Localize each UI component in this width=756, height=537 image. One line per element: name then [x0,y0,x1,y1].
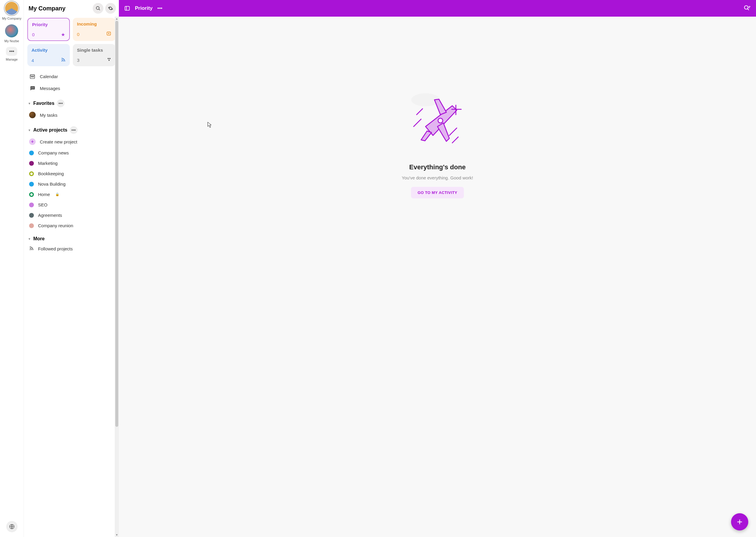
project-item[interactable]: Home🔒 [27,189,115,200]
project-item[interactable]: Company news [27,147,115,158]
empty-state: Everything's done You've done everything… [119,17,756,537]
svg-line-2 [99,9,100,10]
tile-activity[interactable]: Activity 4 [27,44,70,66]
create-new-project[interactable]: + Create new project [27,136,115,147]
svg-point-19 [744,6,748,9]
sidebar-scroll[interactable]: Priority 0 ★ Incoming 0 Act [24,17,119,537]
sidebar-toggle-icon[interactable] [124,5,130,11]
svg-point-14 [32,88,33,88]
project-item[interactable]: Marketing [27,158,115,168]
search-icon[interactable] [93,3,104,14]
chat-icon [29,85,36,92]
svg-marker-25 [434,99,446,115]
workspace-avatar-icon [5,2,18,15]
sidebar-link-calendar-label: Calendar [40,74,58,79]
tile-priority-count: 0 [32,32,34,37]
go-to-activity-button[interactable]: GO TO MY ACTIVITY [411,187,464,198]
svg-point-6 [110,58,111,59]
project-item-label: Home [38,192,50,197]
project-color-icon [29,213,34,218]
calendar-icon [29,73,36,80]
svg-point-7 [109,60,110,61]
sidebar-scrollbar[interactable]: ▲ ▼ [115,17,119,537]
project-item[interactable]: Agreements [27,210,115,220]
tile-incoming[interactable]: Incoming 0 [73,18,115,41]
svg-line-31 [417,109,422,115]
search-filter-icon[interactable] [743,5,751,12]
workspace-rail: My CompanyMy Nozbe ••• Manage [0,0,24,537]
inbox-icon [107,31,111,37]
tile-single-tasks[interactable]: Single tasks 3 [73,44,115,66]
project-item-label: Marketing [38,161,58,166]
scrollbar-thumb[interactable] [115,21,118,427]
svg-point-10 [31,77,32,77]
globe-icon[interactable] [6,521,18,532]
add-task-fab[interactable]: + [731,513,748,530]
ellipsis-icon[interactable]: ••• [70,126,77,134]
rail-workspace[interactable]: My Nozbe [2,24,22,43]
svg-point-16 [30,249,31,250]
sidebar-link-messages[interactable]: Messages [27,82,115,94]
project-item[interactable]: Bookkeeping [27,168,115,179]
section-more[interactable]: ▼ More [27,236,115,241]
tile-priority[interactable]: Priority 0 ★ [27,18,70,41]
ellipsis-icon[interactable]: ••• [57,100,65,107]
avatar-icon [29,112,36,118]
scroll-down-icon[interactable]: ▼ [115,533,119,537]
rss-icon [61,57,66,63]
svg-line-34 [452,137,458,143]
sidebar-link-calendar[interactable]: Calendar [27,70,115,82]
empty-subtitle: You've done everything. Good work! [402,175,473,180]
chevron-down-icon: ▼ [28,129,31,132]
tile-incoming-count: 0 [77,32,79,37]
rail-manage[interactable]: ••• Manage [6,47,18,61]
tile-single-title: Single tasks [77,48,111,53]
dots-cluster-icon [107,57,111,63]
project-item[interactable]: Nova Building [27,179,115,189]
project-color-icon [29,192,34,197]
svg-line-33 [449,128,457,136]
ellipsis-icon[interactable]: ••• [157,6,162,11]
create-new-project-label: Create new project [40,139,77,145]
workspace-avatar-icon [5,24,18,37]
rail-manage-label: Manage [6,58,18,61]
section-favorites[interactable]: ▼ Favorites ••• [27,100,115,107]
gear-icon[interactable] [105,3,116,14]
project-item-label: Company reunion [38,223,73,228]
svg-rect-17 [125,6,130,10]
star-icon: ★ [61,32,65,37]
topbar-title: Priority [135,5,153,11]
svg-point-4 [62,61,63,62]
scroll-up-icon[interactable]: ▲ [115,17,119,21]
svg-point-28 [438,118,443,123]
project-color-icon [29,223,34,228]
project-color-icon [29,203,34,207]
tile-activity-count: 4 [31,58,34,63]
section-active-projects[interactable]: ▼ Active projects ••• [27,126,115,134]
plus-icon: + [737,516,743,527]
svg-point-12 [33,77,34,77]
sidebar-title: My Company [28,5,91,12]
svg-point-11 [32,77,33,77]
project-color-icon [29,182,34,186]
rail-workspace[interactable]: My Company [2,2,22,20]
airplane-illustration-icon [405,91,470,151]
svg-marker-26 [437,123,449,142]
tile-activity-title: Activity [31,48,66,53]
tile-priority-title: Priority [32,22,65,27]
project-item-label: SEO [38,202,48,207]
empty-title: Everything's done [409,163,466,171]
followed-projects-label: Followed projects [38,246,73,251]
favorite-item-label: My tasks [40,112,57,118]
chevron-down-icon: ▼ [28,102,31,105]
svg-point-15 [33,88,34,88]
lock-icon: 🔒 [55,192,60,196]
project-item[interactable]: Company reunion [27,220,115,231]
section-more-title: More [33,236,45,241]
favorite-item[interactable]: My tasks [27,109,115,121]
sidebar-header: My Company [24,0,119,17]
plus-icon: + [29,139,36,145]
svg-point-5 [108,58,109,59]
project-item[interactable]: SEO [27,200,115,210]
sidebar-link-followed-projects[interactable]: Followed projects [27,243,115,254]
